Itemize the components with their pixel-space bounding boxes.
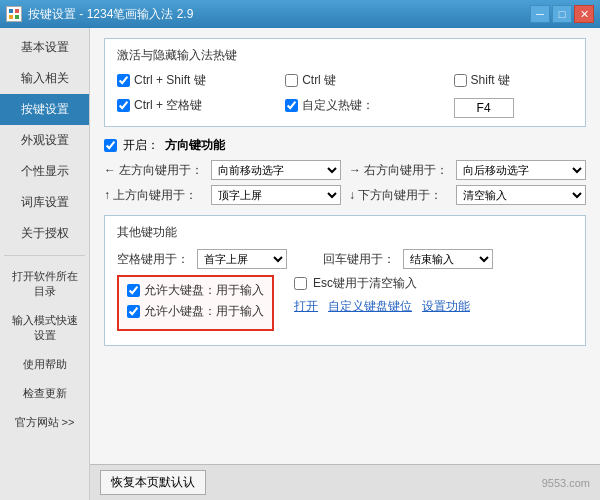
hotkey-shift-checkbox[interactable] — [454, 74, 467, 87]
title-bar: 按键设置 - 1234笔画输入法 2.9 ─ □ ✕ — [0, 0, 600, 28]
sidebar-item-dict[interactable]: 词库设置 — [0, 187, 89, 218]
svg-rect-0 — [9, 9, 13, 13]
activation-title: 激活与隐藏输入法热键 — [117, 47, 573, 64]
sidebar-item-input-mode[interactable]: 输入模式快速设置 — [0, 306, 89, 350]
hotkey-ctrl-checkbox[interactable] — [285, 74, 298, 87]
svg-rect-1 — [15, 9, 19, 13]
hotkey-ctrl-shift-checkbox[interactable] — [117, 74, 130, 87]
hotkey-ctrl-row: Ctrl 键 — [285, 72, 433, 89]
hotkey-ctrl-space-row: Ctrl + 空格键 — [117, 97, 265, 114]
hotkey-ctrl-shift-row: Ctrl + Shift 键 — [117, 72, 265, 89]
hotkey-custom-label: 自定义热键： — [302, 97, 374, 114]
hotkey-shift-label: Shift 键 — [471, 72, 510, 89]
hotkey-custom-checkbox[interactable] — [285, 99, 298, 112]
allow-upper-row: 允许大键盘：用于输入 — [127, 282, 264, 299]
watermark: 9553.com — [542, 477, 590, 489]
sidebar-group-extra: 打开软件所在目录 输入模式快速设置 使用帮助 检查更新 官方网站 >> — [0, 262, 89, 437]
window-title: 按键设置 - 1234笔画输入法 2.9 — [28, 6, 530, 23]
right-dir-label: → 右方向键用于： — [349, 162, 448, 179]
space-select[interactable]: 首字上屏 顶字上屏 清空输入 — [197, 249, 287, 269]
allow-upper-label: 允许大键盘：用于输入 — [144, 282, 264, 299]
sidebar-item-input[interactable]: 输入相关 — [0, 63, 89, 94]
down-dir-label: ↓ 下方向键用于： — [349, 187, 448, 204]
esc-label: Esc键用于清空输入 — [313, 275, 417, 292]
sidebar-item-website[interactable]: 官方网站 >> — [0, 408, 89, 437]
app-icon — [6, 6, 22, 22]
direction-grid: ← 左方向键用于： 向前移动选字 向后移动选字 顶字上屏 清空输入 → 右方向键… — [104, 160, 586, 205]
main-container: 基本设置 输入相关 按键设置 外观设置 个性显示 词库设置 关于授权 打开软件所… — [0, 28, 600, 500]
restore-button[interactable]: 恢复本页默认认 — [100, 470, 206, 495]
hotkey-ctrl-space-checkbox[interactable] — [117, 99, 130, 112]
left-dir-label: ← 左方向键用于： — [104, 162, 203, 179]
allow-lower-checkbox[interactable] — [127, 305, 140, 318]
allow-upper-checkbox[interactable] — [127, 284, 140, 297]
sidebar-item-open-dir[interactable]: 打开软件所在目录 — [0, 262, 89, 306]
bottom-bar: 恢复本页默认认 9553.com — [90, 464, 600, 500]
hotkey-custom-row: 自定义热键： — [285, 97, 433, 114]
content-area: 激活与隐藏输入法热键 Ctrl + Shift 键 Ctrl 键 Shift 键 — [90, 28, 600, 464]
down-dir-select[interactable]: 清空输入 顶字上屏 向前移动选字 向后移动选字 — [456, 185, 586, 205]
svg-rect-3 — [15, 15, 19, 19]
up-dir-select[interactable]: 顶字上屏 向前移动选字 向后移动选字 清空输入 — [211, 185, 341, 205]
settings-link[interactable]: 设置功能 — [422, 298, 470, 315]
enter-label: 回车键用于： — [323, 251, 395, 268]
customize-link[interactable]: 自定义键盘键位 — [328, 298, 412, 315]
allow-lower-row: 允许小键盘：用于输入 — [127, 303, 264, 320]
sidebar-item-personalize[interactable]: 个性显示 — [0, 156, 89, 187]
sidebar-item-appearance[interactable]: 外观设置 — [0, 125, 89, 156]
hotkey-ctrl-space-label: Ctrl + 空格键 — [134, 97, 202, 114]
sidebar-group-main: 基本设置 输入相关 按键设置 外观设置 个性显示 词库设置 关于授权 — [0, 32, 89, 249]
sidebar-item-basic[interactable]: 基本设置 — [0, 32, 89, 63]
svg-rect-2 — [9, 15, 13, 19]
esc-row: Esc键用于清空输入 — [294, 275, 470, 292]
minimize-button[interactable]: ─ — [530, 5, 550, 23]
sidebar-item-help[interactable]: 使用帮助 — [0, 350, 89, 379]
direction-function-label: 方向键功能 — [165, 137, 225, 154]
hotkey-ctrl-label: Ctrl 键 — [302, 72, 336, 89]
custom-hotkey-input[interactable] — [454, 98, 514, 118]
activation-section: 激活与隐藏输入法热键 Ctrl + Shift 键 Ctrl 键 Shift 键 — [104, 38, 586, 127]
allow-lower-label: 允许小键盘：用于输入 — [144, 303, 264, 320]
close-button[interactable]: ✕ — [574, 5, 594, 23]
sidebar: 基本设置 输入相关 按键设置 外观设置 个性显示 词库设置 关于授权 打开软件所… — [0, 28, 90, 500]
open-link[interactable]: 打开 — [294, 298, 318, 315]
left-dir-select[interactable]: 向前移动选字 向后移动选字 顶字上屏 清空输入 — [211, 160, 341, 180]
right-dir-select[interactable]: 向后移动选字 向前移动选字 顶字上屏 清空输入 — [456, 160, 586, 180]
up-dir-label: ↑ 上方向键用于： — [104, 187, 203, 204]
direction-enable-checkbox[interactable] — [104, 139, 117, 152]
hotkey-shift-row: Shift 键 — [454, 72, 573, 89]
hotkey-ctrl-shift-label: Ctrl + Shift 键 — [134, 72, 206, 89]
space-enter-row: 空格键用于： 首字上屏 顶字上屏 清空输入 回车键用于： 结束输入 顶字上屏 清… — [117, 249, 573, 269]
esc-checkbox[interactable] — [294, 277, 307, 290]
other-section: 其他键功能 空格键用于： 首字上屏 顶字上屏 清空输入 回车键用于： 结束输入 … — [104, 215, 586, 346]
window-controls: ─ □ ✕ — [530, 5, 594, 23]
link-row: 打开 自定义键盘键位 设置功能 — [294, 298, 470, 315]
esc-and-links: Esc键用于清空输入 打开 自定义键盘键位 设置功能 — [294, 275, 470, 315]
enter-select[interactable]: 结束输入 顶字上屏 清空输入 — [403, 249, 493, 269]
custom-hotkey-input-wrapper — [454, 98, 573, 118]
highlight-box: 允许大键盘：用于输入 允许小键盘：用于输入 — [117, 275, 274, 331]
direction-section: 开启： 方向键功能 ← 左方向键用于： 向前移动选字 向后移动选字 顶字上屏 清… — [104, 137, 586, 205]
direction-enable-label: 开启： — [123, 137, 159, 154]
maximize-button[interactable]: □ — [552, 5, 572, 23]
direction-enable-row: 开启： 方向键功能 — [104, 137, 586, 154]
other-title: 其他键功能 — [117, 224, 573, 241]
sidebar-item-license[interactable]: 关于授权 — [0, 218, 89, 249]
sidebar-divider — [4, 255, 85, 256]
sidebar-item-update[interactable]: 检查更新 — [0, 379, 89, 408]
sidebar-item-keys[interactable]: 按键设置 — [0, 94, 89, 125]
space-label: 空格键用于： — [117, 251, 189, 268]
